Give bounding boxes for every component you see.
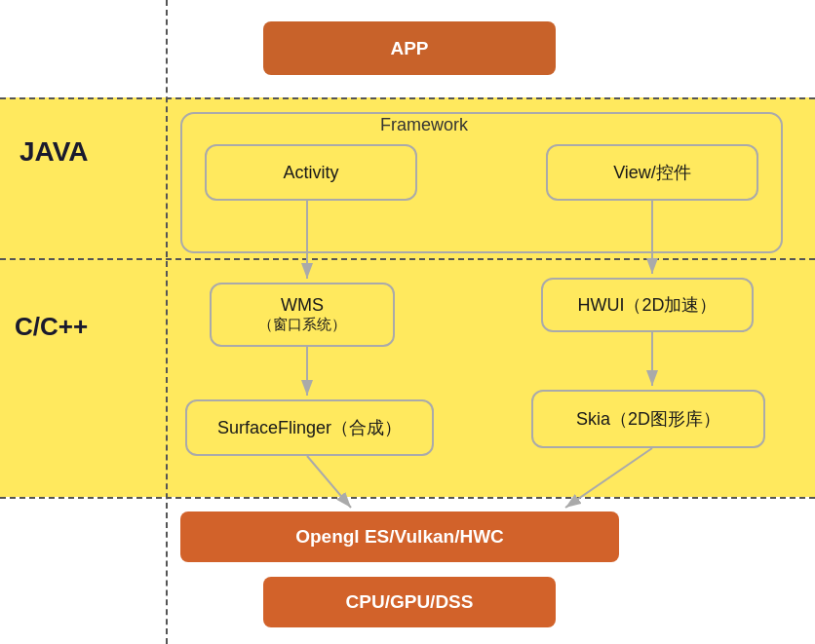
app-box: APP <box>263 21 556 75</box>
horizontal-divider-bot <box>0 497 815 499</box>
view-label: View/控件 <box>613 161 691 184</box>
horizontal-divider-mid <box>0 258 815 260</box>
activity-label: Activity <box>283 163 338 183</box>
opengl-box: Opengl ES/Vulkan/HWC <box>180 511 619 562</box>
sf-box: SurfaceFlinger（合成） <box>185 399 434 456</box>
sf-label: SurfaceFlinger（合成） <box>217 416 402 439</box>
activity-box: Activity <box>205 144 417 201</box>
java-label: JAVA <box>19 136 89 168</box>
wms-label-line2: （窗口系统） <box>258 316 346 334</box>
cpu-box: CPU/GPU/DSS <box>263 577 556 627</box>
hwui-box: HWUI（2D加速） <box>541 278 754 332</box>
opengl-label: Opengl ES/Vulkan/HWC <box>295 526 504 548</box>
wms-box: WMS （窗口系统） <box>210 283 395 347</box>
view-box: View/控件 <box>546 144 758 201</box>
app-label: APP <box>390 38 428 59</box>
hwui-label: HWUI（2D加速） <box>578 293 718 317</box>
cpu-label: CPU/GPU/DSS <box>346 591 474 613</box>
diagram-container: APP JAVA C/C++ Framework Activity View/控… <box>0 0 815 644</box>
skia-label: Skia（2D图形库） <box>576 407 720 431</box>
wms-label-line1: WMS <box>258 295 346 316</box>
horizontal-divider-top <box>0 97 815 99</box>
framework-label: Framework <box>380 115 468 135</box>
cpp-label: C/C++ <box>15 312 88 342</box>
skia-box: Skia（2D图形库） <box>531 390 765 448</box>
